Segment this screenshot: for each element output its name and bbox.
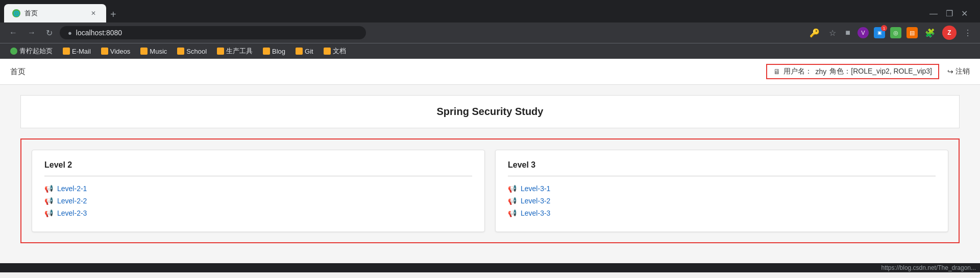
bookmarks-bar: 青柠起始页 E-Mail Videos Music School 生产工具 Bl… — [0, 43, 980, 59]
active-tab[interactable]: 🌐 首页 ✕ — [4, 4, 106, 22]
restore-button[interactable]: ❐ — [946, 9, 953, 18]
megaphone-icon-3: 📢 — [44, 209, 53, 217]
window-controls: — ❐ ✕ — [929, 9, 976, 22]
level3-link-1[interactable]: 📢 Level-3-1 — [508, 184, 936, 193]
address-box[interactable]: ● localhost:8080 — [60, 26, 366, 39]
bookmark-videos[interactable]: Videos — [97, 46, 135, 57]
page-title: Spring Security Study — [31, 106, 949, 118]
bookmark-favicon-qingning — [10, 48, 17, 55]
user-icon: 🖥 — [773, 67, 780, 76]
top-nav-right: 🖥 用户名： zhy 角色：[ROLE_vip2, ROLE_vip3] ↪ 注… — [766, 64, 970, 79]
logout-label: 注销 — [955, 67, 970, 76]
level2-card-title: Level 2 — [44, 160, 472, 170]
bookmark-label-videos: Videos — [110, 48, 131, 55]
ext-icon-4[interactable]: ▤ — [906, 27, 918, 38]
level2-divider — [44, 176, 472, 176]
bookmark-favicon-blog — [263, 48, 270, 55]
tab-close-button[interactable]: ✕ — [89, 9, 98, 18]
bookmark-school[interactable]: School — [173, 46, 211, 57]
megaphone-icon-2: 📢 — [44, 197, 53, 205]
minimize-button[interactable]: — — [929, 9, 938, 18]
user-label: 用户名： — [783, 67, 812, 76]
bookmark-favicon-tools — [217, 48, 224, 55]
back-button[interactable]: ← — [6, 26, 20, 39]
main-section: Spring Security Study Level 2 📢 Level-2-… — [0, 85, 980, 253]
bookmark-favicon-music — [140, 48, 148, 55]
logout-icon: ↪ — [947, 67, 953, 76]
tab-title: 首页 — [24, 9, 85, 18]
bookmark-favicon-git — [296, 48, 303, 55]
extensions-icon[interactable]: ■ — [843, 26, 852, 39]
megaphone-icon-6: 📢 — [508, 209, 517, 217]
megaphone-icon-4: 📢 — [508, 184, 517, 193]
bookmark-label-blog: Blog — [272, 48, 285, 55]
toolbar-icons: 🔑 ☆ ■ V ▣1 ◎ ▤ 🧩 Z ⋮ — [807, 26, 974, 40]
level2-link-2[interactable]: 📢 Level-2-2 — [44, 197, 472, 205]
username-text: zhy — [815, 67, 826, 76]
bookmark-label-git: Git — [305, 48, 313, 55]
level2-card: Level 2 📢 Level-2-1 📢 Level-2-2 📢 Level-… — [32, 150, 485, 232]
key-icon[interactable]: 🔑 — [807, 26, 822, 40]
bookmark-docs[interactable]: 文档 — [320, 45, 350, 57]
status-bar: https://blog.csdn.net/The_dragon... — [0, 263, 980, 272]
level3-card-title: Level 3 — [508, 160, 936, 170]
bookmark-tools[interactable]: 生产工具 — [213, 45, 257, 57]
megaphone-icon-1: 📢 — [44, 184, 53, 193]
user-info-box: 🖥 用户名： zhy 角色：[ROLE_vip2, ROLE_vip3] — [766, 64, 939, 79]
cards-container: Level 2 📢 Level-2-1 📢 Level-2-2 📢 Level-… — [32, 150, 948, 232]
content-box: Level 2 📢 Level-2-1 📢 Level-2-2 📢 Level-… — [20, 138, 960, 243]
ext-icon-1[interactable]: V — [857, 27, 869, 38]
level3-divider — [508, 176, 936, 176]
bookmark-label-email: E-Mail — [72, 48, 91, 55]
close-button[interactable]: ✕ — [961, 9, 968, 18]
top-nav-home[interactable]: 首页 — [10, 67, 26, 77]
lock-icon: ● — [68, 29, 72, 37]
top-nav: 首页 🖥 用户名： zhy 角色：[ROLE_vip2, ROLE_vip3] … — [0, 59, 980, 85]
bookmark-label-docs: 文档 — [333, 47, 346, 56]
refresh-button[interactable]: ↻ — [43, 26, 56, 40]
bookmark-favicon-school — [177, 48, 184, 55]
level3-link-3[interactable]: 📢 Level-3-3 — [508, 209, 936, 217]
status-url: https://blog.csdn.net/The_dragon... — [881, 264, 976, 271]
bookmark-qingning[interactable]: 青柠起始页 — [6, 45, 57, 57]
menu-icon[interactable]: ⋮ — [962, 26, 974, 40]
ext-icon-3[interactable]: ◎ — [890, 27, 901, 38]
puzzle-icon[interactable]: 🧩 — [923, 26, 937, 40]
bookmark-music[interactable]: Music — [136, 46, 171, 57]
megaphone-icon-5: 📢 — [508, 197, 517, 205]
bookmark-label-school: School — [186, 48, 207, 55]
bookmark-favicon-email — [63, 48, 70, 55]
bookmark-favicon-videos — [101, 48, 108, 55]
forward-button[interactable]: → — [24, 26, 39, 39]
level2-link-1[interactable]: 📢 Level-2-1 — [44, 184, 472, 193]
bookmark-label-qingning: 青柠起始页 — [19, 47, 53, 56]
bookmark-git[interactable]: Git — [291, 46, 317, 57]
star-icon[interactable]: ☆ — [827, 26, 838, 40]
page-content: 首页 🖥 用户名： zhy 角色：[ROLE_vip2, ROLE_vip3] … — [0, 59, 980, 263]
logout-button[interactable]: ↪ 注销 — [947, 67, 970, 76]
ext-icon-2[interactable]: ▣1 — [874, 27, 885, 38]
browser-chrome: 🌐 首页 ✕ + — ❐ ✕ ← → ↻ ● localhost:8080 🔑 … — [0, 0, 980, 59]
bookmark-label-tools: 生产工具 — [226, 47, 253, 56]
level3-link-2[interactable]: 📢 Level-3-2 — [508, 197, 936, 205]
level3-card: Level 3 📢 Level-3-1 📢 Level-3-2 📢 Level-… — [495, 150, 948, 232]
address-text: localhost:8080 — [76, 29, 122, 37]
new-tab-button[interactable]: + — [106, 7, 120, 22]
tab-favicon: 🌐 — [12, 9, 20, 17]
role-text: 角色：[ROLE_vip2, ROLE_vip3] — [829, 67, 932, 76]
bookmark-favicon-docs — [324, 48, 331, 55]
bookmark-blog[interactable]: Blog — [259, 46, 289, 57]
bookmark-email[interactable]: E-Mail — [59, 46, 95, 57]
bookmark-label-music: Music — [150, 48, 167, 55]
level2-link-3[interactable]: 📢 Level-2-3 — [44, 209, 472, 217]
address-bar-row: ← → ↻ ● localhost:8080 🔑 ☆ ■ V ▣1 ◎ ▤ 🧩 … — [0, 22, 980, 43]
profile-button[interactable]: Z — [942, 26, 957, 40]
page-header: Spring Security Study — [20, 95, 960, 128]
